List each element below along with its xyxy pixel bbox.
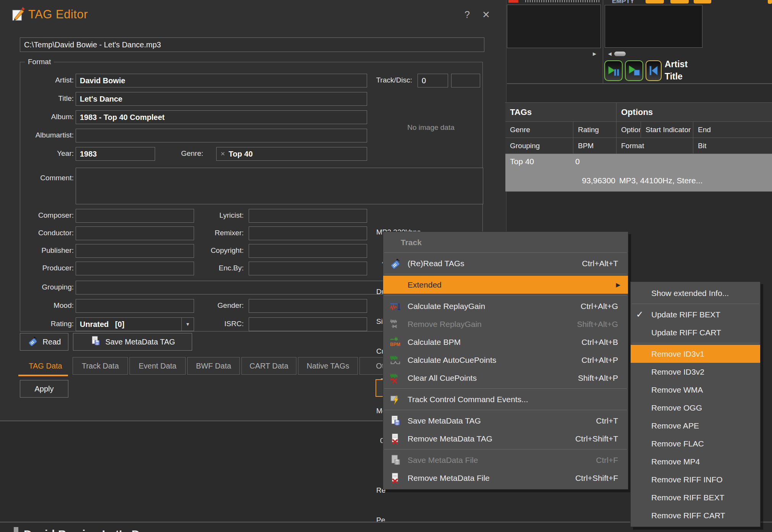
producer-input[interactable] (76, 262, 194, 275)
encby-label: Enc.By: (190, 264, 244, 272)
artist-input[interactable]: David Bowie (76, 74, 367, 87)
genre-chip-remove-icon[interactable]: ✕ (220, 150, 225, 157)
play-pause-button[interactable] (604, 60, 623, 81)
genre-input[interactable]: ✕ Top 40 (216, 147, 367, 161)
submenu-item-remove-ogg[interactable]: Remove OGG (631, 399, 760, 417)
scrollbar-thumb[interactable] (614, 52, 626, 56)
submenu-item-remove-id3v1[interactable]: Remove ID3v1 (631, 345, 760, 363)
menu-item-track-control-command-events[interactable]: Track Control Command Events... (383, 390, 628, 408)
gender-input[interactable] (249, 299, 367, 313)
menu-item-calculate-bpm[interactable]: BPM Calculate BPM Ctrl+Alt+B (383, 333, 628, 351)
tag-icon (389, 257, 401, 270)
submenu-item-update-riff-cart[interactable]: Update RIFF CART (631, 323, 760, 341)
extended-submenu: Show extended Info... ✓ Update RIFF BEXT… (630, 281, 761, 527)
conductor-input[interactable] (76, 226, 194, 240)
close-button[interactable]: ✕ (482, 9, 490, 20)
tab-track-data[interactable]: Track Data (73, 357, 128, 375)
column-header-grouping: Grouping (505, 138, 573, 154)
file-path-input[interactable]: C:\Temp\David Bowie - Let's Dance.mp3 (20, 37, 484, 52)
submenu-item-remove-id3v2[interactable]: Remove ID3v2 (631, 363, 760, 381)
artist-caption: Artist (665, 59, 688, 70)
mood-input[interactable] (76, 299, 194, 313)
column-header-start-indicator: Start Indicator (641, 122, 693, 138)
row-format-value: MP3, 44100Hz, Stere... (619, 176, 702, 185)
submenu-item-remove-ape[interactable]: Remove APE (631, 417, 760, 435)
scroll-right-icon[interactable]: ► (592, 50, 597, 57)
tab-native-tags[interactable]: Native TAGs (298, 357, 358, 375)
copyright-input[interactable] (249, 244, 367, 258)
tab-cart-data[interactable]: CART Data (241, 357, 296, 375)
scroll-left-icon[interactable]: ◄ (607, 50, 613, 57)
menu-item-save-metadata-tag[interactable]: Save MetaData TAG Ctrl+T (383, 412, 628, 430)
artist-label: Artist: (20, 76, 74, 84)
menu-item-remove-metadata-file[interactable]: Remove MetaData File Ctrl+Shift+F (383, 469, 628, 487)
tab-bwf-data[interactable]: BWF Data (187, 357, 240, 375)
rating-select[interactable]: Unrated [0] ▼ (76, 317, 194, 331)
menu-item-calculate-autocuepoints[interactable]: Calculate AutoCuePoints Ctrl+Alt+P (383, 351, 628, 369)
footer-track-title-clip: David Bowie - Let's Dance (24, 527, 268, 532)
remixer-input[interactable] (249, 226, 367, 240)
menu-item-calculate-replaygain[interactable]: Calculate ReplayGain Ctrl+Alt+G (383, 297, 628, 315)
disc-input[interactable] (451, 74, 480, 87)
year-input[interactable]: 1983 (76, 147, 155, 161)
mood-label: Mood: (20, 301, 74, 310)
replaygain-icon (389, 300, 401, 312)
table-bottom-border (505, 191, 772, 192)
title-input[interactable]: Let's Dance (76, 92, 367, 106)
read-button[interactable]: Read (20, 333, 68, 351)
submenu-item-update-riff-bext[interactable]: ✓ Update RIFF BEXT (631, 306, 760, 323)
row-bpm-value: 93,96300 (573, 176, 615, 185)
replaygain-disabled-icon (389, 318, 401, 330)
menu-item-extended[interactable]: Extended ▶ (383, 276, 628, 294)
toolbar-button-fragment[interactable] (670, 0, 689, 3)
composer-input[interactable] (76, 209, 194, 223)
table-row[interactable]: Top 40 0 93,96300 MP3, 44100Hz, Stere... (505, 154, 772, 191)
save-file-disabled-icon (389, 454, 401, 466)
comment-label: Comment: (20, 174, 74, 182)
menu-item-clear-all-cuepoints[interactable]: Clear All CuePoints Shift+Alt+P (383, 369, 628, 387)
play-stop-button[interactable] (625, 60, 643, 81)
isrc-input[interactable] (249, 317, 367, 331)
album-input[interactable]: 1983 - Top 40 Compleet (76, 110, 367, 124)
menu-item-remove-replaygain[interactable]: Remove ReplayGain Shift+Alt+G (383, 315, 628, 333)
save-metadata-tag-button[interactable]: Save MetaData TAG (73, 333, 192, 351)
menu-separator (384, 295, 627, 296)
footer-item-icon (14, 527, 18, 532)
column-header-options: Options (617, 122, 641, 138)
track-input[interactable]: 0 (418, 74, 448, 87)
encby-input[interactable] (249, 262, 367, 275)
tags-options-grid: TAGs Options Genre Rating Options Start … (505, 102, 772, 103)
apply-button[interactable]: Apply (20, 380, 68, 398)
tab-tag-data[interactable]: TAG Data (22, 357, 69, 375)
toolbar-button-fragment[interactable] (694, 0, 711, 3)
bpm-icon: BPM (389, 336, 401, 348)
record-indicator-icon (508, 0, 518, 3)
column-header-rating: Rating (573, 122, 617, 138)
skip-back-button[interactable] (646, 60, 662, 81)
clear-cuepoints-icon (389, 372, 401, 384)
submenu-item-remove-riff-cart[interactable]: Remove RIFF CART (631, 506, 760, 524)
help-button[interactable]: ? (464, 9, 470, 20)
submenu-item-remove-riff-bext[interactable]: Remove RIFF BEXT (631, 488, 760, 506)
gender-label: Gender: (190, 301, 244, 310)
comment-input[interactable] (76, 168, 483, 204)
lyricist-input[interactable] (249, 209, 367, 223)
menu-item-remove-metadata-tag[interactable]: Remove MetaData TAG Ctrl+Shift+T (383, 430, 628, 448)
submenu-item-remove-wma[interactable]: Remove WMA (631, 381, 760, 399)
row-genre-value: Top 40 (510, 157, 534, 166)
isrc-label: ISRC: (190, 320, 244, 328)
toolbar-button-fragment[interactable] (768, 0, 772, 4)
submenu-item-remove-mp4[interactable]: Remove MP4 (631, 453, 760, 471)
menu-item-save-metadata-file[interactable]: Save MetaData File Ctrl+F (383, 451, 628, 469)
albumartist-input[interactable] (76, 129, 367, 142)
tab-event-data[interactable]: Event Data (129, 357, 186, 375)
submenu-item-show-extended-info[interactable]: Show extended Info... (631, 284, 760, 302)
svg-text:BPM: BPM (390, 342, 400, 347)
submenu-item-remove-riff-info[interactable]: Remove RIFF INFO (631, 471, 760, 488)
context-menu-title: Track (383, 234, 628, 251)
publisher-input[interactable] (76, 244, 194, 258)
submenu-item-remove-flac[interactable]: Remove FLAC (631, 435, 760, 453)
menu-item-reread-tags[interactable]: (Re)Read TAGs Ctrl+Alt+T (383, 254, 628, 272)
empty-icon-slot (389, 279, 401, 291)
toolbar-button-fragment[interactable] (646, 0, 664, 3)
